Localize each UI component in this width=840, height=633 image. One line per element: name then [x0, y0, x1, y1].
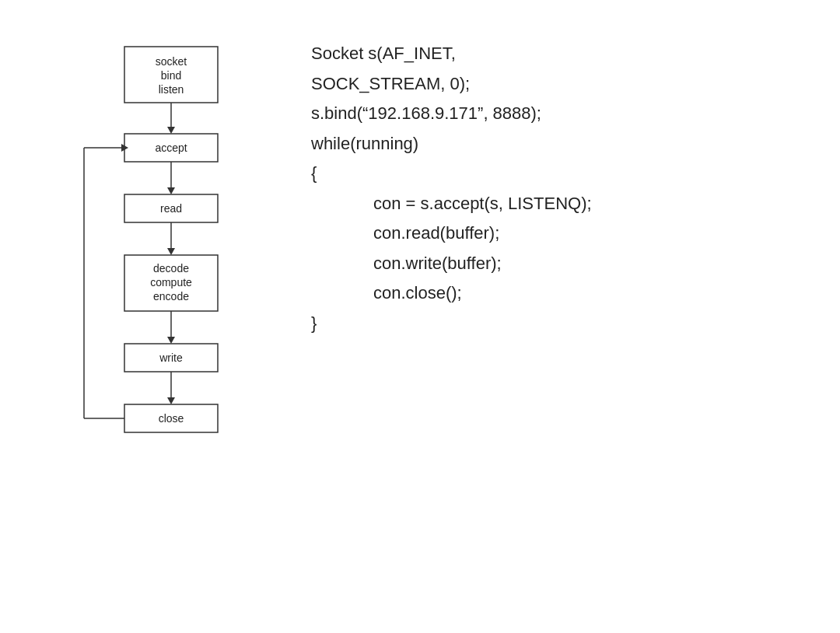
- code-line-6: con.read(buffer);: [311, 219, 592, 249]
- flowchart: socket bind listen accept read decode co…: [31, 31, 264, 630]
- svg-marker-2: [167, 127, 175, 134]
- box-close: close: [159, 412, 184, 425]
- box-top-line3: listen: [159, 83, 184, 96]
- svg-marker-8: [167, 248, 175, 255]
- code-line-4: {: [311, 159, 592, 189]
- svg-marker-5: [167, 187, 175, 194]
- box-write: write: [159, 351, 183, 364]
- code-line-2: s.bind(“192.168.9.171”, 8888);: [311, 99, 592, 129]
- box-decode-line2: compute: [150, 276, 192, 289]
- box-top-line1: socket: [156, 55, 187, 68]
- code-line-1: SOCK_STREAM, 0);: [311, 69, 592, 100]
- box-decode-line1: decode: [153, 262, 189, 275]
- code-line-5: con = s.accept(s, LISTENQ);: [311, 189, 592, 219]
- code-line-3: while(running): [311, 129, 592, 159]
- code-line-0: Socket s(AF_INET,: [311, 39, 592, 69]
- code-line-7: con.write(buffer);: [311, 249, 592, 279]
- box-accept: accept: [155, 142, 187, 154]
- flowchart-svg: socket bind listen accept read decode co…: [39, 39, 257, 630]
- svg-marker-11: [167, 337, 175, 344]
- svg-marker-14: [167, 397, 175, 404]
- code-line-9: }: [311, 309, 592, 339]
- main-container: socket bind listen accept read decode co…: [31, 16, 809, 617]
- code-line-8: con.close();: [311, 278, 592, 309]
- box-decode-line3: encode: [153, 290, 189, 303]
- box-top-line2: bind: [161, 69, 181, 82]
- code-panel: Socket s(AF_INET,SOCK_STREAM, 0);s.bind(…: [311, 31, 592, 338]
- box-read: read: [160, 202, 182, 215]
